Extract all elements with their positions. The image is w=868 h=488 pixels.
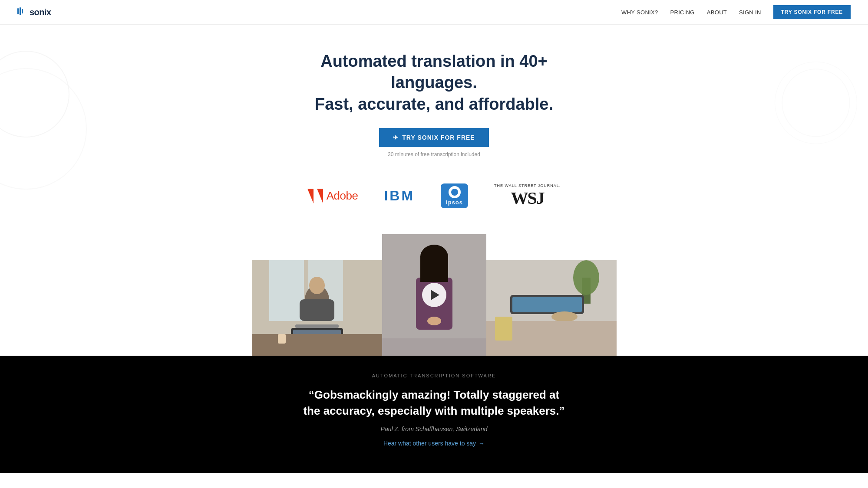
logo-icon	[17, 7, 27, 17]
svg-rect-13	[300, 299, 334, 321]
nav-about[interactable]: ABOUT	[707, 9, 727, 16]
nav-sign-in[interactable]: SIGN IN	[739, 9, 761, 16]
nav-why-sonix[interactable]: WHY SONIX?	[621, 9, 658, 16]
testimonial-author: Paul Z. from Schaffhausen, Switzerland	[9, 426, 859, 432]
svg-point-3	[782, 69, 850, 137]
testimonial-link[interactable]: Hear what other users have to say →	[383, 440, 485, 447]
adobe-text: Adobe	[327, 189, 358, 203]
video-center[interactable]	[382, 234, 486, 356]
video-image-right	[486, 260, 617, 356]
svg-point-4	[775, 62, 857, 144]
svg-point-28	[573, 260, 599, 295]
video-image-left	[252, 260, 382, 356]
play-button[interactable]	[422, 283, 446, 307]
ipsos-circle	[449, 186, 461, 198]
hero-cta-button[interactable]: ✈ TRY SONIX FOR FREE	[379, 128, 488, 147]
ipsos-text: ipsos	[446, 199, 463, 206]
testimonial-section: AUTOMATIC TRANSCRIPTION SOFTWARE “Gobsma…	[0, 356, 868, 473]
testimonial-quote: “Gobsmackingly amazing! Totally staggere…	[300, 387, 569, 419]
wsj-big-text: WSJ	[511, 188, 544, 208]
logo-text: sonix	[30, 7, 51, 17]
adobe-logo: Adobe	[307, 188, 358, 204]
video-section: AUTOMATIC TRANSCRIPTION SOFTWARE “Gobsma…	[0, 226, 868, 473]
ipsos-circle-inner	[451, 189, 458, 196]
svg-rect-2	[22, 9, 23, 13]
ibm-text: IBM	[384, 188, 415, 203]
navigation: sonix WHY SONIX? PRICING ABOUT SIGN IN T…	[0, 0, 868, 25]
hero-section: Automated translation in 40+ languages. …	[0, 25, 868, 170]
left-photo-art	[252, 260, 382, 356]
svg-point-32	[551, 311, 578, 322]
nav-pricing[interactable]: PRICING	[670, 9, 695, 16]
client-logos: Adobe IBM ipsos THE WALL STREET JOURNAL.…	[0, 170, 868, 226]
svg-rect-31	[512, 297, 582, 312]
wsj-small-text: THE WALL STREET JOURNAL.	[494, 183, 561, 188]
svg-point-12	[309, 277, 325, 294]
bg-circle-1	[0, 51, 69, 138]
svg-marker-7	[317, 189, 323, 203]
right-photo-art	[486, 260, 617, 356]
nav-try-free-button[interactable]: TRY SONIX FOR FREE	[773, 5, 851, 19]
adobe-icon	[307, 188, 323, 204]
hero-headline: Automated translation in 40+ languages. …	[282, 51, 586, 115]
svg-rect-0	[17, 8, 19, 14]
svg-marker-6	[307, 189, 314, 203]
svg-rect-25	[382, 338, 486, 356]
ibm-logo: IBM	[384, 188, 415, 204]
svg-rect-18	[278, 334, 286, 344]
svg-rect-9	[269, 260, 304, 321]
svg-rect-14	[295, 324, 339, 328]
plane-icon: ✈	[393, 134, 399, 141]
wsj-logo: THE WALL STREET JOURNAL. WSJ	[494, 183, 561, 208]
ipsos-logo: ipsos	[441, 183, 468, 208]
hero-subtext: 30 minutes of free transcription include…	[9, 151, 859, 157]
svg-rect-34	[495, 317, 512, 341]
svg-rect-23	[420, 256, 448, 282]
nav-links: WHY SONIX? PRICING ABOUT SIGN IN TRY SON…	[621, 5, 851, 19]
svg-rect-17	[252, 334, 382, 356]
svg-point-24	[427, 317, 441, 325]
video-collage	[217, 234, 651, 356]
svg-rect-1	[20, 7, 21, 15]
play-icon	[431, 290, 439, 300]
section-label: AUTOMATIC TRANSCRIPTION SOFTWARE	[9, 373, 859, 378]
logo[interactable]: sonix	[17, 7, 51, 17]
